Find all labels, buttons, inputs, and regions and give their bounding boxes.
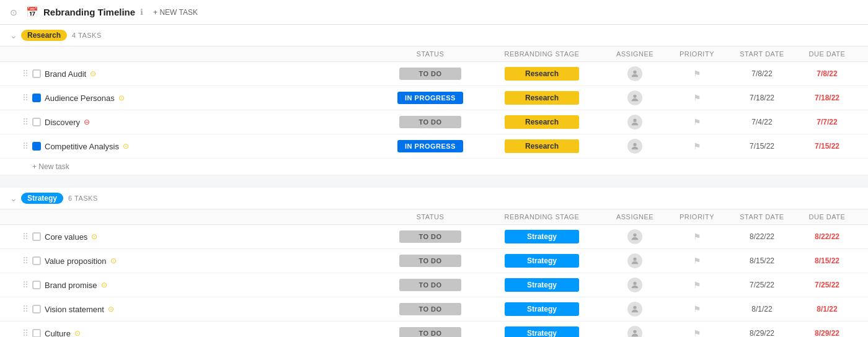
priority-flag[interactable]: ⚑: [693, 232, 701, 242]
status-badge[interactable]: IN PROGRESS: [397, 92, 463, 104]
priority-flag[interactable]: ⚑: [693, 93, 701, 103]
drag-handle[interactable]: ⠿: [22, 280, 29, 290]
status-cell: TO DO: [381, 255, 480, 267]
assignee-cell[interactable]: [604, 139, 666, 154]
section-spacer: [0, 175, 868, 188]
priority-cell[interactable]: ⚑: [666, 256, 728, 266]
status-cell: IN PROGRESS: [381, 140, 480, 152]
status-badge[interactable]: TO DO: [399, 327, 461, 337]
assignee-cell[interactable]: [604, 278, 666, 292]
stage-badge[interactable]: Research: [505, 91, 579, 105]
priority-cell[interactable]: ⚑: [666, 232, 728, 242]
stage-cell: Strategy: [480, 230, 604, 243]
status-badge[interactable]: TO DO: [399, 230, 461, 243]
priority-cell[interactable]: ⚑: [666, 304, 728, 314]
strategy-toggle[interactable]: ⌄: [10, 193, 17, 203]
task-status-icon[interactable]: ⊙: [118, 94, 125, 102]
info-icon[interactable]: ℹ: [140, 7, 143, 17]
drag-handle[interactable]: ⠿: [22, 232, 29, 242]
research-tag[interactable]: Research: [21, 30, 67, 41]
stage-badge[interactable]: Research: [505, 139, 579, 153]
assignee-cell[interactable]: [604, 66, 666, 81]
status-badge[interactable]: IN PROGRESS: [397, 140, 463, 152]
drag-handle[interactable]: ⠿: [22, 69, 29, 79]
task-status-icon[interactable]: ⊙: [91, 232, 97, 241]
priority-cell[interactable]: ⚑: [666, 93, 728, 103]
task-checkbox[interactable]: [32, 94, 41, 102]
stage-badge[interactable]: Strategy: [505, 254, 579, 268]
assignee-cell[interactable]: [604, 115, 666, 129]
svg-point-1: [633, 95, 636, 98]
research-toggle[interactable]: ⌄: [10, 30, 17, 40]
task-checkbox[interactable]: [32, 305, 41, 313]
task-status-icon[interactable]: ⊙: [90, 69, 96, 78]
stage-badge[interactable]: Research: [505, 67, 579, 81]
stage-badge[interactable]: Strategy: [505, 230, 579, 243]
task-checkbox[interactable]: [32, 232, 41, 241]
stage-badge[interactable]: Strategy: [505, 278, 579, 292]
status-badge[interactable]: TO DO: [399, 303, 461, 315]
task-checkbox[interactable]: [32, 256, 41, 265]
svg-point-7: [633, 306, 636, 309]
priority-cell[interactable]: ⚑: [666, 328, 728, 337]
task-row: ⠿ Competitive Analysis ⊙ IN PROGRESS Res…: [0, 134, 868, 159]
task-name: Audience Personas: [45, 94, 115, 103]
priority-flag[interactable]: ⚑: [693, 280, 701, 290]
priority-cell[interactable]: ⚑: [666, 69, 728, 79]
task-status-icon[interactable]: ⊙: [101, 281, 107, 289]
drag-handle[interactable]: ⠿: [22, 141, 29, 151]
task-checkbox[interactable]: [32, 69, 41, 78]
task-name-cell: ⠿ Core values ⊙: [22, 232, 381, 242]
task-checkbox[interactable]: [32, 142, 41, 151]
task-status-icon[interactable]: ⊙: [110, 256, 117, 265]
strategy-tag[interactable]: Strategy: [21, 193, 63, 204]
stage-badge[interactable]: Strategy: [505, 326, 579, 337]
assignee-cell[interactable]: [604, 229, 666, 244]
priority-flag[interactable]: ⚑: [693, 69, 701, 79]
task-name: Vision statement: [45, 305, 104, 314]
status-badge[interactable]: TO DO: [399, 116, 461, 128]
priority-flag[interactable]: ⚑: [693, 256, 701, 266]
priority-flag[interactable]: ⚑: [693, 141, 701, 151]
research-col-headers: STATUS REBRANDING STAGE ASSIGNEE PRIORIT…: [0, 46, 868, 62]
col-priority: PRIORITY: [666, 213, 728, 221]
task-checkbox[interactable]: [32, 118, 41, 126]
header-toggle[interactable]: ⊙: [10, 7, 17, 17]
priority-flag[interactable]: ⚑: [693, 117, 701, 127]
assignee-cell[interactable]: [604, 326, 666, 337]
assignee-cell[interactable]: [604, 90, 666, 105]
drag-handle[interactable]: ⠿: [22, 256, 29, 266]
col-stage: REBRANDING STAGE: [480, 50, 604, 58]
svg-point-3: [633, 143, 636, 146]
drag-handle[interactable]: ⠿: [22, 117, 29, 127]
section-strategy: ⌄ Strategy 6 TASKS STATUS REBRANDING STA…: [0, 188, 868, 337]
priority-cell[interactable]: ⚑: [666, 280, 728, 290]
task-checkbox[interactable]: [32, 329, 41, 337]
stage-badge[interactable]: Research: [505, 115, 579, 129]
status-badge[interactable]: TO DO: [399, 68, 461, 80]
svg-point-8: [633, 330, 636, 333]
task-checkbox[interactable]: [32, 281, 41, 289]
status-badge[interactable]: TO DO: [399, 279, 461, 291]
priority-cell[interactable]: ⚑: [666, 117, 728, 127]
task-status-icon[interactable]: ⊙: [74, 329, 81, 337]
priority-flag[interactable]: ⚑: [693, 304, 701, 314]
assignee-cell[interactable]: [604, 253, 666, 268]
task-row: ⠿ Brand promise ⊙ TO DO Strategy ⚑ 7/25/…: [0, 273, 868, 297]
col-status: STATUS: [381, 50, 480, 58]
page-title: Rebranding Timeline: [43, 7, 135, 17]
start-date: 7/4/22: [728, 118, 796, 126]
task-status-icon[interactable]: ⊖: [84, 118, 90, 126]
drag-handle[interactable]: ⠿: [22, 304, 29, 314]
task-status-icon[interactable]: ⊙: [108, 305, 114, 313]
priority-cell[interactable]: ⚑: [666, 141, 728, 151]
priority-flag[interactable]: ⚑: [693, 328, 701, 337]
drag-handle[interactable]: ⠿: [22, 93, 29, 103]
task-status-icon[interactable]: ⊙: [123, 142, 129, 151]
assignee-cell[interactable]: [604, 302, 666, 317]
new-task-button[interactable]: + NEW TASK: [153, 8, 198, 17]
research-new-task[interactable]: + New task: [0, 159, 868, 175]
status-badge[interactable]: TO DO: [399, 255, 461, 267]
stage-badge[interactable]: Strategy: [505, 302, 579, 316]
drag-handle[interactable]: ⠿: [22, 328, 29, 337]
